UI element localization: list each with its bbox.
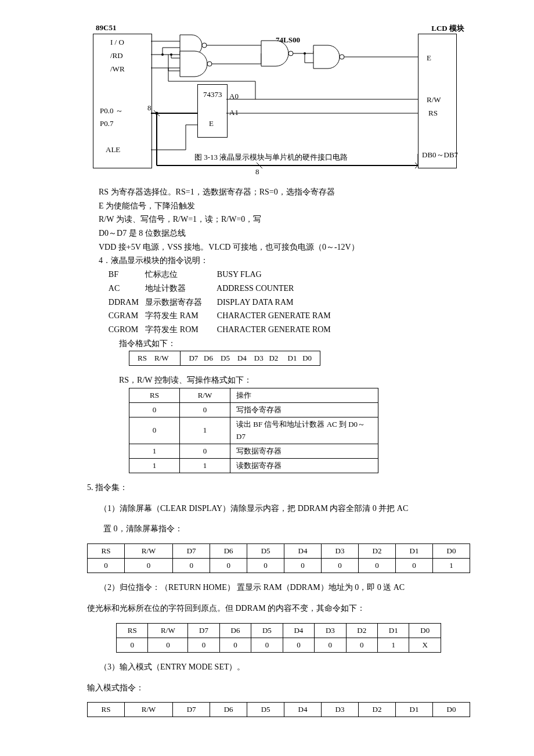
svg-point-35	[156, 112, 158, 115]
table-row: 11读数据寄存器	[129, 458, 378, 473]
def-row: AC 地址计数器 ADDRESS COUNTER	[109, 282, 470, 295]
para-sec4: 4．液晶显示模块的指令说明：	[99, 254, 470, 267]
table-row: 01读出 BF 信号和地址计数器 AC 到 D0～D7	[129, 417, 378, 444]
cmd2-line1: （2）归位指令：（RETURN HOME） 置显示 RAM（DDRAM）地址为 …	[87, 581, 470, 594]
cmd2-line2: 使光标和光标所在位的字符回到原点。但 DDRAM 的内容不变，其命令如下：	[87, 602, 470, 615]
diagram-wires	[93, 23, 464, 186]
table-row: 10写数据寄存器	[129, 444, 378, 458]
def-en: BUSY FLAG	[217, 270, 262, 279]
para-d07: D0～D7 是 8 位数据总线	[99, 227, 470, 240]
section-5: 5. 指令集： （1）清除屏幕（CLEAR DISPLAY）清除显示内容，把 D…	[87, 481, 470, 718]
def-row: CGRAM 字符发生 RAM CHARACTER GENERATE RAM	[109, 309, 470, 322]
rw-op-table: RS R/W 操作 00写指令寄存器 01读出 BF 信号和地址计数器 AC 到…	[129, 388, 378, 473]
instruction-format-table: RS R/W D7 D6 D5 D4 D3 D2 D1 D0	[129, 351, 320, 366]
body-text: RS 为寄存器选择位。RS=1，选数据寄存器；RS=0，选指令寄存器 E 为使能…	[99, 186, 470, 473]
table-row: 00 00 00 00 01	[88, 559, 470, 573]
table-row: 00 00 00 00 1X	[117, 638, 441, 652]
cmd3-table: RSR/W D7D6 D5D4 D3D2 D1D0	[87, 702, 470, 717]
def-cn: 忙标志位	[145, 268, 215, 281]
def-row: BF 忙标志位 BUSY FLAG	[109, 268, 470, 281]
para-vdd: VDD 接+5V 电源，VSS 接地。VLCD 可接地，也可接负电源（0～-12…	[99, 241, 470, 254]
fmt-title: 指令格式如下：	[119, 337, 470, 350]
table-row: 00写指令寄存器	[129, 403, 378, 417]
svg-point-5	[207, 62, 212, 66]
def-key: BF	[109, 268, 143, 281]
rw-title: RS，R/W 控制读、写操作格式如下：	[119, 374, 470, 387]
sec5-title: 5. 指令集：	[87, 481, 470, 494]
cmd1-line1: （1）清除屏幕（CLEAR DISPLAY）清除显示内容，把 DDRAM 内容全…	[87, 502, 470, 515]
cmd1-table: RSR/W D7D6 D5D4 D3D2 D1D0 00 00 00 00 01	[87, 543, 470, 573]
para-rs: RS 为寄存器选择位。RS=1，选数据寄存器；RS=0，选指令寄存器	[99, 186, 470, 199]
circuit-diagram: 89C51 LCD 模块 I / O /RD /WR P0.0 ～ P0.7 A…	[93, 23, 464, 186]
cmd2-table: RSR/W D7D6 D5D4 D3D2 D1D0 00 00 00 00 1X	[116, 623, 441, 653]
def-row: DDRAM 显示数据寄存器 DISPLAY DATA RAM	[109, 296, 470, 309]
para-e: E 为使能信号，下降沿触发	[99, 200, 470, 213]
svg-point-8	[288, 51, 293, 56]
cmd3-line1: （3）输入模式（ENTRY MODE SET）。	[87, 661, 470, 674]
svg-point-3	[202, 43, 207, 48]
svg-point-21	[170, 53, 172, 56]
svg-point-11	[340, 55, 344, 59]
cmd1-line2: 置 0，清除屏幕指令：	[87, 523, 470, 535]
def-row: CGROM 字符发生 ROM CHARACTER GENERATE ROM	[109, 323, 470, 336]
cmd3-line2: 输入模式指令：	[87, 682, 470, 694]
para-rw: R/W 为读、写信号，R/W=1，读；R/W=0，写	[99, 213, 470, 226]
svg-point-14	[304, 52, 306, 55]
